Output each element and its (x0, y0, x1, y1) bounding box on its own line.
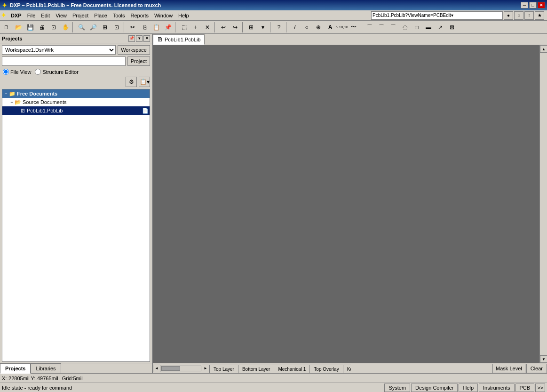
layer-tab-mechanical1[interactable]: Mechanical 1 (274, 365, 309, 373)
toolbar-zoom-in-btn[interactable]: 🔍 (76, 22, 87, 32)
panel-menu-btn[interactable]: ▾ (136, 35, 143, 42)
panel-icon-toolbar: ⚙ 📋▾ (0, 76, 152, 88)
file-view-radio[interactable] (3, 69, 9, 75)
toolbar-plus-btn[interactable]: + (190, 22, 201, 32)
vertical-scrollbar[interactable]: ▲ ▼ (539, 45, 547, 363)
scroll-right-arrow[interactable]: ► (202, 365, 209, 372)
menu-dxp[interactable]: DXP (8, 12, 24, 19)
toolbar-select-btn[interactable]: ⬚ (178, 22, 190, 32)
pcb-button[interactable]: PCB (515, 384, 535, 392)
toolbar-paste2-btn[interactable]: 📌 (162, 22, 174, 32)
workspace-dropdown[interactable]: Workspace1.DsnWrk (2, 45, 116, 55)
layer-tab-top-overlay[interactable]: Top Overlay (309, 365, 342, 373)
scroll-left-arrow[interactable]: ◄ (153, 365, 160, 372)
panel-dropdown-btn[interactable]: 📋▾ (139, 77, 150, 87)
toolbar-dim-btn[interactable]: ∿10,10 (336, 22, 348, 32)
menu-window[interactable]: Window (151, 12, 175, 19)
close-button[interactable]: ✕ (538, 2, 545, 8)
project-button[interactable]: Project (127, 56, 150, 66)
toolbar-new-btn[interactable]: 🗋 (1, 22, 12, 32)
addr-nav-btn1[interactable]: ● (504, 11, 513, 20)
help-button[interactable]: Help (459, 384, 478, 392)
document-tabs: 🖹 PcbLib1.PcbLib (153, 34, 547, 45)
toolbar-undo-btn[interactable]: ↩ (218, 22, 229, 32)
toolbar-zoom-area-btn[interactable]: ⊞ (99, 22, 111, 32)
tree-expand-source-docs[interactable]: − (9, 100, 15, 104)
toolbar-arc1-btn[interactable]: ⌒ (364, 22, 375, 32)
toolbar-copy-btn[interactable]: ⎘ (139, 22, 150, 32)
mask-level-button[interactable]: Mask Level (492, 364, 525, 373)
menu-help[interactable]: Help (175, 12, 192, 19)
toolbar-btn6[interactable]: ✋ (60, 22, 71, 32)
toolbar-target-btn[interactable]: ⊕ (313, 22, 324, 32)
tree-item-free-documents[interactable]: − 📁 Free Documents (2, 89, 150, 98)
project-input[interactable] (2, 56, 126, 66)
toolbar-arrow-btn[interactable]: ↗ (435, 22, 446, 32)
toolbar-rect1-btn[interactable]: □ (411, 22, 422, 32)
toolbar-paste-btn[interactable]: 📋 (151, 22, 162, 32)
file-view-option[interactable]: File View (3, 69, 31, 75)
toolbar-wave-btn[interactable]: 〜 (348, 22, 359, 32)
scroll-track-h[interactable] (161, 366, 201, 371)
menu-tools[interactable]: Tools (110, 12, 128, 19)
scroll-up-arrow[interactable]: ▲ (540, 45, 547, 53)
panel-add-btn[interactable]: ⚙ (126, 77, 137, 87)
layer-tab-keepout[interactable]: Keep-Out Layer (343, 365, 351, 373)
system-button[interactable]: System (384, 384, 410, 392)
toolbar-help-btn[interactable]: ? (273, 22, 285, 32)
layer-tab-bottom[interactable]: Bottom Layer (238, 365, 274, 373)
toolbar-line-btn[interactable]: / (289, 22, 301, 32)
toolbar-btn5[interactable]: ⊡ (48, 22, 59, 32)
tree-doc-action-icon[interactable]: 📄 (142, 108, 149, 114)
menu-edit[interactable]: Edit (38, 12, 53, 19)
panel-close-btn[interactable]: ✕ (143, 35, 150, 42)
workspace-button[interactable]: Workspace (118, 45, 150, 55)
doc-tab-pcblib1[interactable]: 🖹 PcbLib1.PcbLib (153, 34, 205, 45)
toolbar-save-btn[interactable]: 💾 (24, 22, 36, 32)
toolbar-open-btn[interactable]: 📂 (13, 22, 24, 32)
structure-editor-option[interactable]: Structure Editor (35, 69, 78, 75)
toolbar-arc3-btn[interactable]: ⌒ (388, 22, 399, 32)
minimize-button[interactable]: ─ (521, 2, 528, 8)
menu-place[interactable]: Place (91, 12, 110, 19)
tree-item-pcblib1[interactable]: 🖹 PcbLib1.PcbLib 📄 (2, 106, 150, 115)
project-tree[interactable]: − 📁 Free Documents − 📂 Source Documents … (2, 89, 150, 362)
toolbar-zoom-out-btn[interactable]: 🔎 (87, 22, 99, 32)
structure-editor-radio[interactable] (35, 69, 41, 75)
tab-libraries[interactable]: Libraries (31, 363, 61, 373)
tree-item-source-documents[interactable]: − 📂 Source Documents (2, 98, 150, 106)
toolbar-arc4-btn[interactable]: ◌ (399, 22, 411, 32)
toolbar-text-btn[interactable]: A (325, 22, 336, 32)
toolbar-zoom-fit-btn[interactable]: ⊡ (111, 22, 122, 32)
scroll-down-arrow[interactable]: ▼ (540, 355, 547, 363)
address-input[interactable] (371, 11, 503, 20)
addr-nav-btn3[interactable]: ↑ (524, 11, 534, 20)
pcb-canvas[interactable]: ▲ ▼ (153, 45, 547, 363)
toolbar-grid-btn[interactable]: ⊞ (246, 22, 257, 32)
addr-nav-btn2[interactable]: ○ (514, 11, 523, 20)
menu-reports[interactable]: Reports (127, 12, 151, 19)
scroll-track-v[interactable] (540, 53, 547, 355)
toolbar-redo-btn[interactable]: ↪ (230, 22, 241, 32)
menu-file[interactable]: File (24, 12, 39, 19)
toolbar-cross-btn[interactable]: ✕ (202, 22, 213, 32)
toolbar-circle-btn[interactable]: ○ (301, 22, 312, 32)
layer-tab-top[interactable]: Top Layer (209, 365, 238, 373)
toolbar-rect2-btn[interactable]: ▬ (423, 22, 434, 32)
menu-project[interactable]: Project (70, 12, 91, 19)
toolbar-grid2-btn[interactable]: ▾ (257, 22, 269, 32)
tree-expand-free-docs[interactable]: − (3, 91, 9, 96)
toolbar-arc2-btn[interactable]: ⌒ (376, 22, 387, 32)
instruments-button[interactable]: Instruments (479, 384, 514, 392)
toolbar-layer-btn[interactable]: ⊠ (446, 22, 458, 32)
more-button[interactable]: >> (535, 384, 545, 392)
toolbar-print-btn[interactable]: 🖨 (36, 22, 48, 32)
addr-nav-btn4[interactable]: ★ (535, 11, 544, 20)
toolbar-cut-btn[interactable]: ✂ (127, 22, 138, 32)
panel-pin-btn[interactable]: 📌 (128, 35, 135, 42)
tab-projects[interactable]: Projects (0, 363, 31, 374)
menu-view[interactable]: View (53, 12, 70, 19)
clear-button[interactable]: Clear (526, 364, 547, 373)
maximize-button[interactable]: □ (529, 2, 537, 8)
design-compiler-button[interactable]: Design Compiler (411, 384, 458, 392)
